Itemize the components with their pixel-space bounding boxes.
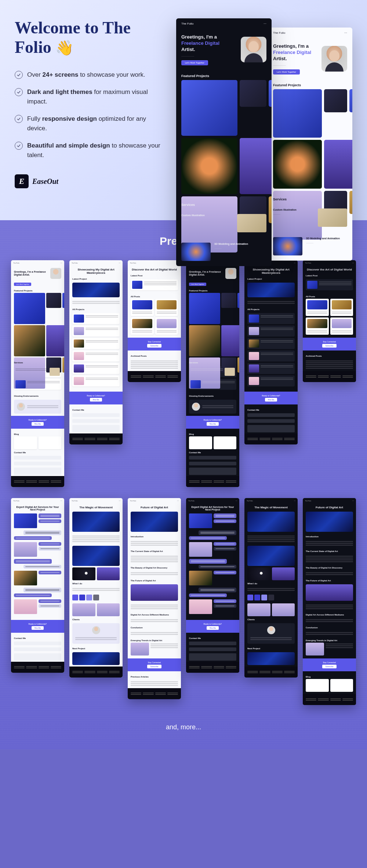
color-swatches <box>69 593 123 602</box>
menu-icon: ⋯ <box>264 22 266 25</box>
more-text: and, more... <box>11 716 356 731</box>
featured-heading: Featured Projects <box>268 80 352 89</box>
service-image <box>181 243 211 261</box>
feature-item: Dark and light themes for maximum visual… <box>15 87 165 106</box>
footer <box>128 371 181 382</box>
check-icon <box>15 142 23 150</box>
check-icon <box>15 88 23 96</box>
mock-grid <box>176 80 272 199</box>
project-tile <box>240 138 272 194</box>
mock-cta-button: Let's Work Together <box>273 69 300 75</box>
menu-icon: ⋯ <box>344 31 347 34</box>
project-tile <box>181 80 237 136</box>
project-tile <box>240 80 266 107</box>
testimonial-avatar <box>17 403 25 411</box>
mock-header: The Folio ⋯ <box>268 28 352 38</box>
hero-section: Welcome to The Folio 👋 Over 24+ screens … <box>0 0 367 220</box>
project-tile <box>324 140 352 189</box>
avatar-image <box>50 268 61 279</box>
wave-icon: 👋 <box>55 40 74 56</box>
preview-home-dark: The Folio⋯ Greetings, I'm a Freelance Di… <box>186 260 239 487</box>
preview-services-dark: The Folio⋯ Expert Digital Art Services f… <box>186 498 239 673</box>
avatar-image <box>225 268 236 279</box>
preview-projects-dark: The Folio⋯ Showcasing My Digital Art Mas… <box>244 260 298 444</box>
project-tile <box>273 140 322 189</box>
feature-item: Over 24+ screens to showcase your work. <box>15 70 165 80</box>
preview-row-1: The Folio⋯ Greetings, I'm a Freelance Di… <box>11 260 356 487</box>
feature-item: Beautiful and simple design to showcase … <box>15 141 165 160</box>
service-image <box>318 208 347 227</box>
brand: E EaseOut <box>15 174 165 188</box>
mock-hero: Greetings, I'm a Freelance Digital Artis… <box>268 38 352 80</box>
project-tile <box>324 89 347 112</box>
preview-blog-dark: The Folio⋯ Discover the Art of Digital W… <box>303 260 356 382</box>
hero-title: Welcome to The Folio 👋 <box>15 18 165 57</box>
featured-heading: Featured Projects <box>176 70 272 80</box>
brand-logo-icon: E <box>15 174 29 188</box>
footer <box>11 476 64 487</box>
preview-projects-light: The Folio⋯ Showcasing My Digital Art Mas… <box>69 260 123 444</box>
hero-content: Welcome to The Folio 👋 Over 24+ screens … <box>15 18 165 206</box>
project-tile <box>181 138 237 194</box>
hero-image <box>72 283 120 297</box>
title-line1: Welcome to The <box>15 18 131 37</box>
project-tile <box>269 196 272 223</box>
cta-button: Let's Work Together <box>14 283 31 286</box>
avatar-image <box>321 46 347 72</box>
color-swatches <box>244 593 298 602</box>
check-icon <box>15 115 23 123</box>
service-image <box>237 214 266 232</box>
preview-project-detail-light: The Folio⋯ The Magic of Movement What I … <box>69 498 123 678</box>
brand-name: EaseOut <box>32 177 58 186</box>
title-line2: Folio <box>15 38 51 57</box>
check-icon <box>15 71 23 79</box>
project-tile <box>273 89 322 138</box>
project-tile <box>269 80 272 107</box>
preview-article-dark: The Folio⋯ Future of Digital Art Introdu… <box>303 498 356 705</box>
footer <box>69 433 123 444</box>
footer <box>244 433 298 444</box>
service-image <box>273 237 302 255</box>
footer <box>303 371 356 382</box>
hero-mockups: The Folio ⋯ Greetings, I'm a Freelance D… <box>176 18 352 206</box>
cta-button: Let's Work Together <box>189 283 206 286</box>
mockup-dark: The Folio ⋯ Greetings, I'm a Freelance D… <box>176 18 272 266</box>
previews-section: Previews The Folio⋯ Greetings, I'm a Fre… <box>0 220 367 749</box>
preview-row-2: The Folio⋯ Expert Digital Art Services f… <box>11 498 356 705</box>
mock-grid <box>268 89 352 194</box>
preview-home-light: The Folio⋯ Greetings, I'm a Freelance Di… <box>11 260 64 487</box>
hero-image <box>72 512 120 532</box>
preview-article-light: The Folio⋯ Future of Digital Art Introdu… <box>128 498 181 699</box>
mock-header: The Folio ⋯ <box>176 18 272 29</box>
feature-item: Fully responsive design optimized for an… <box>15 114 165 133</box>
project-tile <box>349 89 352 112</box>
footer <box>186 476 239 487</box>
feature-list: Over 24+ screens to showcase your work. … <box>15 70 165 160</box>
testimonial-avatar <box>192 403 200 411</box>
project-tile <box>349 191 352 214</box>
preview-blog-light: The Folio⋯ Discover the Art of Digital W… <box>128 260 181 382</box>
preview-project-detail-dark: The Folio⋯ The Magic of Movement What I … <box>244 498 298 678</box>
mock-logo: The Folio <box>181 22 193 25</box>
mock-logo: The Folio <box>273 31 285 34</box>
mock-cta-button: Let's Work Together <box>181 60 208 65</box>
mockup-light: The Folio ⋯ Greetings, I'm a Freelance D… <box>268 28 352 261</box>
preview-services-light: The Folio⋯ Expert Digital Art Services f… <box>11 498 64 673</box>
mock-hero: Greetings, I'm a Freelance Digital Artis… <box>176 29 272 70</box>
avatar-image <box>241 37 266 62</box>
